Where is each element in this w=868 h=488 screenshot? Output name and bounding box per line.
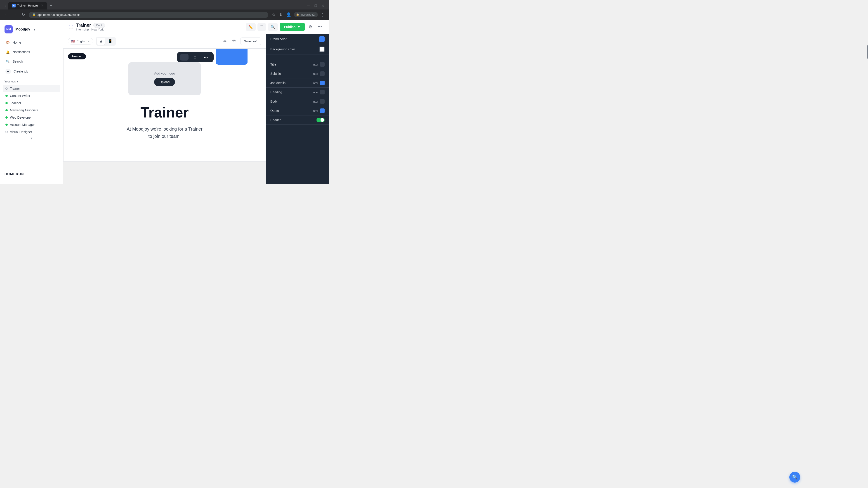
job-item-trainer[interactable]: Trainer bbox=[3, 85, 60, 92]
header-overlay-toolbar: ☰ ⊞ ••• bbox=[177, 52, 214, 62]
font-job-details-label: Job details bbox=[270, 81, 285, 85]
brand-color-row: Brand color bbox=[266, 34, 329, 44]
font-row-title: Title Inter bbox=[266, 60, 329, 69]
logo-placeholder-text: Add your logo bbox=[154, 71, 175, 75]
tab-close-btn[interactable]: × bbox=[41, 4, 43, 8]
font-subtitle-label: Subtitle bbox=[270, 72, 281, 75]
extensions-btn[interactable]: ⋮ bbox=[320, 11, 326, 18]
header-visibility-toggle[interactable] bbox=[316, 118, 324, 122]
font-job-details-name: Inter bbox=[312, 81, 318, 85]
font-quote-value: Inter bbox=[312, 108, 324, 113]
font-heading-label: Heading bbox=[270, 90, 282, 94]
canvas-preview-btn[interactable]: 👁 bbox=[231, 37, 238, 45]
font-row-job-details: Job details Inter bbox=[266, 78, 329, 88]
minimize-btn[interactable]: ─ bbox=[305, 3, 312, 8]
active-tab[interactable]: H Trainer · Homerun × bbox=[8, 2, 47, 9]
font-quote-color-swatch[interactable] bbox=[320, 108, 324, 113]
header-section-label: Header bbox=[68, 53, 86, 59]
font-row-header-toggle: Header bbox=[266, 116, 329, 125]
window-controls: ─ □ × bbox=[305, 3, 327, 8]
sidebar-scroll-down[interactable]: ▼ bbox=[0, 135, 63, 141]
job-status-dot-trainer bbox=[5, 88, 8, 90]
tab-bar: ‹ H Trainer · Homerun × + ─ □ × bbox=[0, 0, 329, 9]
tab-previous-btn[interactable]: ‹ bbox=[3, 3, 7, 8]
font-job-details-value: Inter bbox=[312, 80, 324, 85]
bookmark-btn[interactable]: ☆ bbox=[271, 11, 276, 18]
sidebar-item-notifications[interactable]: 🔔 Notifications bbox=[3, 47, 60, 57]
overlay-grid-btn[interactable]: ⊞ bbox=[191, 54, 199, 61]
more-options-button[interactable]: ••• bbox=[316, 23, 324, 31]
background-color-label: Background color bbox=[270, 47, 295, 51]
publish-chevron-icon: ▼ bbox=[297, 25, 301, 29]
font-body-color-swatch[interactable] bbox=[320, 99, 324, 104]
maximize-btn[interactable]: □ bbox=[312, 4, 319, 8]
header-job-info: Trainer Draft Internship · New York bbox=[76, 23, 105, 31]
edit-tool-btn[interactable]: ✏️ bbox=[246, 23, 256, 31]
language-selector[interactable]: 🇺🇸 English ▾ bbox=[68, 38, 93, 44]
your-jobs-chevron-icon: ▾ bbox=[17, 80, 18, 83]
canvas-edit-btn[interactable]: ✏ bbox=[222, 37, 228, 45]
job-preview-description: At Moodjoy we're looking for a Trainer t… bbox=[72, 125, 256, 140]
your-jobs-label: Your jobs bbox=[4, 80, 16, 83]
browser-chrome: ‹ H Trainer · Homerun × + ─ □ × ← → ↻ 🔒 … bbox=[0, 0, 329, 20]
profile-btn[interactable]: 👤 bbox=[285, 11, 292, 18]
sidebar-item-home[interactable]: 🏠 Home bbox=[3, 38, 60, 47]
loading-spinner bbox=[69, 25, 73, 29]
address-bar[interactable]: 🔒 app.homerun.co/job/336505/edit bbox=[29, 12, 268, 18]
save-draft-button[interactable]: Save draft bbox=[240, 37, 261, 45]
font-title-name: Inter bbox=[312, 63, 318, 66]
overlay-more-btn[interactable]: ••• bbox=[202, 54, 211, 61]
background-color-row: Background color bbox=[266, 44, 329, 55]
font-heading-name: Inter bbox=[312, 91, 318, 94]
font-title-color-swatch[interactable] bbox=[320, 62, 324, 67]
font-row-heading: Heading Inter bbox=[266, 88, 329, 97]
back-btn[interactable]: ← bbox=[4, 11, 9, 18]
job-item-content-writer[interactable]: Content Writer bbox=[3, 92, 60, 99]
homerun-logo-text: HOMERUN bbox=[4, 172, 24, 176]
logo-upload-area[interactable]: Add your logo Upload bbox=[128, 62, 201, 95]
job-item-account-manager[interactable]: Account Manager bbox=[3, 121, 60, 128]
incognito-label: Incognito (2) bbox=[301, 13, 315, 16]
brand-chevron-icon: ▼ bbox=[33, 28, 36, 31]
sidebar: MM Moodjoy ▼ 🏠 Home 🔔 Notifications 🔍 Se… bbox=[0, 20, 63, 184]
address-text: app.homerun.co/job/336505/edit bbox=[37, 13, 80, 17]
list-tool-btn[interactable]: ☰ bbox=[257, 23, 266, 31]
job-desc-line1: At Moodjoy we're looking for a Trainer bbox=[127, 127, 202, 131]
job-item-web-developer[interactable]: Web Developer bbox=[3, 114, 60, 121]
settings-button[interactable]: ⚙ bbox=[307, 23, 314, 31]
new-tab-btn[interactable]: + bbox=[48, 2, 54, 9]
reload-btn[interactable]: ↻ bbox=[21, 11, 26, 18]
font-heading-color-swatch[interactable] bbox=[320, 90, 324, 94]
font-job-details-color-swatch[interactable] bbox=[320, 80, 324, 85]
job-item-account-manager-label: Account Manager bbox=[10, 123, 35, 127]
font-subtitle-name: Inter bbox=[312, 72, 318, 75]
font-body-value: Inter bbox=[312, 99, 324, 104]
job-item-marketing-associate[interactable]: Marketing Associate bbox=[3, 107, 60, 114]
brand-header[interactable]: MM Moodjoy ▼ bbox=[0, 24, 63, 38]
app: MM Moodjoy ▼ 🏠 Home 🔔 Notifications 🔍 Se… bbox=[0, 20, 329, 184]
mobile-view-btn[interactable]: 📱 bbox=[106, 38, 115, 45]
forward-btn[interactable]: → bbox=[12, 11, 18, 18]
job-item-teacher[interactable]: Teacher bbox=[3, 99, 60, 107]
nav-actions: ☆ ⬇ 👤 🕵 Incognito (2) ⋮ bbox=[271, 11, 326, 18]
nav-bar: ← → ↻ 🔒 app.homerun.co/job/336505/edit ☆… bbox=[0, 9, 329, 20]
job-item-content-writer-label: Content Writer bbox=[10, 94, 30, 98]
download-btn[interactable]: ⬇ bbox=[278, 11, 283, 18]
sidebar-item-create-job[interactable]: + Create job bbox=[3, 66, 60, 76]
search-tool-btn[interactable]: 🔍 bbox=[268, 23, 278, 31]
sidebar-item-search[interactable]: 🔍 Search bbox=[3, 57, 60, 66]
typography-section-header bbox=[266, 55, 329, 60]
job-item-visual-designer[interactable]: Visual Designer bbox=[3, 128, 60, 135]
search-icon: 🔍 bbox=[5, 59, 10, 64]
upload-button[interactable]: Upload bbox=[154, 78, 175, 86]
publish-button[interactable]: Publish ▼ bbox=[280, 23, 305, 31]
desktop-view-btn[interactable]: 🖥 bbox=[97, 38, 105, 45]
editor-area: 🇺🇸 English ▾ 🖥 📱 ✏ 👁 Save draft bbox=[63, 34, 329, 184]
close-btn[interactable]: × bbox=[319, 3, 327, 8]
font-subtitle-color-swatch[interactable] bbox=[320, 71, 324, 76]
background-color-swatch[interactable] bbox=[319, 46, 324, 52]
brand-color-swatch[interactable] bbox=[319, 36, 324, 42]
font-header-toggle-label: Header bbox=[270, 118, 281, 122]
publish-label: Publish bbox=[284, 25, 296, 29]
overlay-layout-btn[interactable]: ☰ bbox=[180, 54, 188, 61]
